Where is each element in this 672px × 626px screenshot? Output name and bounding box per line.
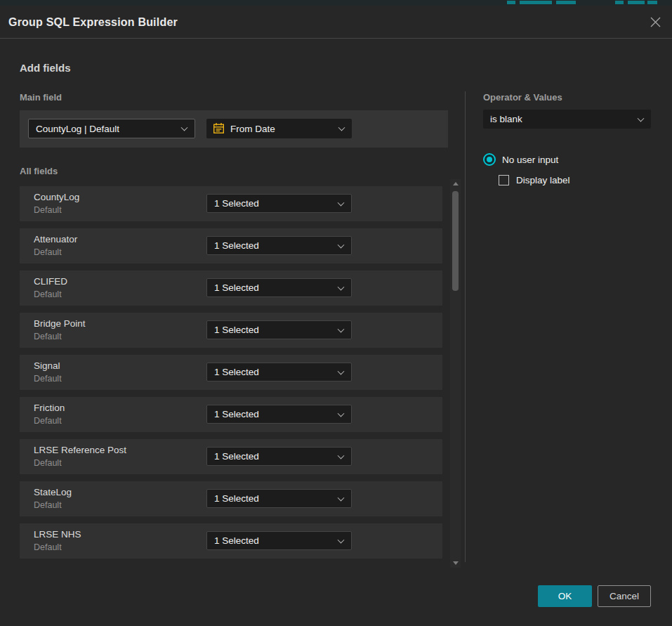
field-name: Friction [34, 403, 65, 413]
field-name: CLIFED [34, 276, 67, 287]
field-selection-value: 1 Selected [214, 451, 259, 462]
all-fields-list: CountyLog Default 1 Selected Attenuator … [20, 186, 442, 566]
calendar-date-icon [213, 122, 225, 134]
background-app-sliver [0, 0, 672, 6]
checkbox-unchecked-icon[interactable] [499, 175, 509, 185]
main-field-label: Main field [20, 92, 62, 103]
operator-values-label: Operator & Values [483, 92, 562, 103]
field-alias: Default [34, 542, 62, 552]
field-row: LRSE Reference Post Default 1 Selected [20, 439, 442, 474]
field-name: Signal [34, 360, 60, 371]
chevron-down-icon [338, 452, 345, 459]
field-selection-dropdown[interactable]: 1 Selected [206, 363, 352, 382]
field-selection-dropdown[interactable]: 1 Selected [206, 405, 352, 424]
field-selection-dropdown[interactable]: 1 Selected [206, 194, 352, 213]
background-fragment [647, 1, 657, 4]
chevron-down-icon [338, 283, 345, 290]
background-fragment [520, 1, 552, 4]
field-row: CountyLog Default 1 Selected [20, 186, 442, 221]
chevron-down-icon [338, 124, 345, 131]
background-fragment [628, 1, 645, 4]
field-name: LRSE Reference Post [34, 445, 126, 455]
chevron-down-icon [338, 199, 345, 206]
scroll-up-icon[interactable] [453, 182, 459, 185]
field-selection-dropdown[interactable]: 1 Selected [206, 320, 352, 339]
scroll-down-icon[interactable] [453, 561, 459, 565]
field-selection-value: 1 Selected [214, 282, 259, 293]
chevron-down-icon [338, 494, 345, 501]
background-fragment [615, 1, 624, 4]
background-fragment [507, 1, 515, 4]
field-selection-dropdown[interactable]: 1 Selected [206, 531, 352, 550]
chevron-down-icon [338, 410, 345, 417]
field-alias: Default [34, 205, 62, 215]
vertical-divider [465, 91, 466, 562]
field-selection-value: 1 Selected [214, 409, 259, 419]
operator-dropdown[interactable]: is blank [483, 110, 651, 129]
all-fields-label: All fields [20, 166, 58, 176]
chevron-down-icon [181, 124, 188, 131]
field-name: CountyLog [34, 192, 79, 202]
chevron-down-icon [338, 367, 345, 374]
chevron-down-icon [338, 536, 345, 543]
main-field-dropdown[interactable]: From Date [206, 119, 352, 138]
field-selection-value: 1 Selected [214, 367, 259, 377]
chevron-down-icon [638, 115, 645, 122]
chevron-down-icon [338, 241, 345, 248]
field-selection-dropdown[interactable]: 1 Selected [206, 236, 352, 255]
no-user-input-label: No user input [502, 155, 558, 165]
field-alias: Default [34, 500, 62, 510]
field-row: LRSE NHS Default 1 Selected [20, 523, 442, 559]
add-fields-heading: Add fields [20, 62, 71, 74]
display-label-option[interactable]: Display label [499, 175, 570, 185]
field-selection-dropdown[interactable]: 1 Selected [206, 278, 352, 297]
fields-list-scrollbar[interactable] [450, 179, 461, 568]
main-layer-dropdown-value: CountyLog | Default [36, 124, 119, 134]
field-selection-value: 1 Selected [214, 198, 259, 209]
main-field-dropdown-value: From Date [230, 124, 275, 134]
field-row: Bridge Point Default 1 Selected [20, 313, 442, 348]
cancel-button[interactable]: Cancel [598, 585, 651, 607]
field-name: LRSE NHS [34, 529, 81, 540]
dialog-title: Group SQL Expression Builder [8, 6, 178, 39]
display-label-label: Display label [516, 175, 570, 185]
field-row: Attenuator Default 1 Selected [20, 228, 442, 263]
main-layer-dropdown[interactable]: CountyLog | Default [28, 119, 195, 138]
close-button[interactable] [648, 15, 662, 29]
field-selection-dropdown[interactable]: 1 Selected [206, 489, 352, 508]
screen: Group SQL Expression Builder Add fields … [0, 0, 672, 626]
dialog-titlebar: Group SQL Expression Builder [0, 6, 672, 39]
field-row: Friction Default 1 Selected [20, 397, 442, 432]
field-name: Bridge Point [34, 318, 86, 329]
field-alias: Default [34, 374, 62, 384]
field-row: StateLog Default 1 Selected [20, 481, 442, 516]
chevron-down-icon [338, 325, 345, 332]
field-selection-dropdown[interactable]: 1 Selected [206, 447, 352, 466]
background-fragment [556, 1, 576, 4]
field-alias: Default [34, 332, 62, 341]
main-field-band: CountyLog | Default From Date [20, 110, 448, 148]
field-alias: Default [34, 458, 62, 468]
field-alias: Default [34, 289, 62, 299]
radio-selected-icon[interactable] [483, 153, 496, 166]
close-icon [650, 16, 661, 28]
field-alias: Default [34, 247, 62, 257]
field-row: Signal Default 1 Selected [20, 355, 442, 390]
scrollbar-thumb[interactable] [452, 191, 459, 291]
field-name: StateLog [34, 487, 72, 497]
field-alias: Default [34, 416, 62, 426]
no-user-input-option[interactable]: No user input [483, 153, 558, 166]
field-row: CLIFED Default 1 Selected [20, 270, 442, 306]
field-name: Attenuator [34, 234, 77, 244]
field-selection-value: 1 Selected [214, 535, 259, 546]
field-selection-value: 1 Selected [214, 240, 259, 251]
operator-dropdown-value: is blank [490, 114, 522, 124]
field-selection-value: 1 Selected [214, 325, 259, 335]
ok-button[interactable]: OK [538, 585, 592, 607]
field-selection-value: 1 Selected [214, 493, 259, 504]
